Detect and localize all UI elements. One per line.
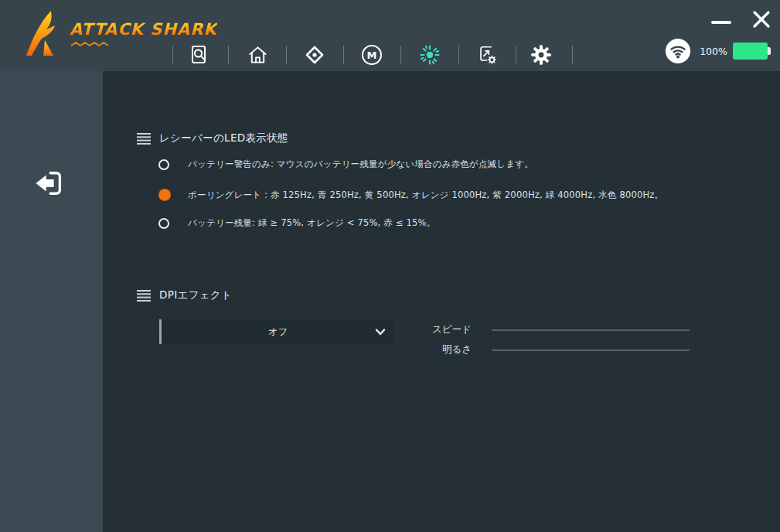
list-icon [137, 133, 151, 145]
nav-settings-button[interactable] [530, 44, 552, 66]
dpi-section-title: DPIエフェクト [159, 288, 232, 302]
zigzag-underline-icon [71, 41, 108, 47]
shark-logo-icon [22, 8, 66, 63]
battery-icon [733, 43, 768, 60]
nav-divider [286, 46, 287, 64]
speed-slider[interactable] [492, 329, 690, 331]
radio-unselected-icon [158, 159, 169, 170]
svg-text:M: M [367, 49, 377, 61]
nav-divider [400, 46, 401, 64]
nav-report-search-button[interactable] [189, 44, 210, 66]
nav-divider [516, 46, 516, 64]
nav-home-button[interactable] [247, 44, 268, 66]
back-exit-icon [32, 167, 65, 200]
app-window: ATTACK SHARK [0, 0, 780, 532]
topbar: ATTACK SHARK [0, 0, 780, 71]
speed-label: スピード [400, 323, 472, 336]
led-option-battery-warning[interactable]: バッテリー警告のみ: マウスのバッテリー残量が少ない場合のみ赤色が点滅します。 [158, 159, 533, 170]
list-icon [137, 290, 151, 302]
nav-lighting-button[interactable] [419, 44, 441, 66]
wifi-icon [665, 38, 691, 64]
back-button[interactable] [32, 167, 65, 200]
nav-divider [343, 46, 344, 64]
close-icon [751, 9, 771, 29]
nav-firmware-button[interactable] [476, 44, 498, 66]
nav-divider [458, 46, 459, 64]
brightness-label: 明るさ [400, 343, 472, 356]
nav-dpi-button[interactable] [304, 44, 325, 66]
brand-name: ATTACK SHARK [70, 20, 217, 39]
dpi-effect-dropdown[interactable]: オフ [159, 319, 394, 344]
home-icon [247, 45, 268, 65]
led-option-polling-rate[interactable]: ポーリングレート : 赤 125Hz, 青 250Hz, 黄 500Hz, オレ… [158, 189, 663, 201]
battery-percent: 100% [697, 46, 731, 57]
radio-label: バッテリー警告のみ: マウスのバッテリー残量が少ない場合のみ赤色が点滅します。 [188, 159, 533, 170]
firmware-gear-icon [476, 43, 498, 66]
dpi-effect-selected-value: オフ [268, 326, 288, 339]
lighting-sun-icon [419, 44, 441, 66]
brightness-slider[interactable] [492, 350, 690, 351]
chevron-down-icon [374, 326, 387, 337]
sidebar [0, 71, 103, 532]
radio-unselected-icon [158, 218, 169, 229]
nav-divider [172, 46, 173, 64]
settings-gear-icon [530, 44, 552, 66]
nav-macro-button[interactable]: M [361, 44, 383, 66]
report-search-icon [189, 45, 209, 66]
macro-m-icon: M [361, 44, 383, 66]
minimize-button[interactable] [711, 14, 733, 26]
brand-logo: ATTACK SHARK [22, 8, 217, 63]
dpi-section-header: DPIエフェクト [137, 288, 232, 302]
minimize-icon [711, 21, 731, 24]
radio-label: ポーリングレート : 赤 125Hz, 青 250Hz, 黄 500Hz, オレ… [188, 189, 663, 201]
nav-divider [572, 46, 573, 64]
radio-selected-icon [158, 189, 171, 201]
dpi-icon [304, 44, 325, 66]
led-section-header: レシーバーのLED表示状態 [137, 131, 288, 145]
radio-label: バッテリー残量: 緑 ≥ 75%, オレンジ < 75%, 赤 ≤ 15%。 [188, 217, 435, 229]
led-section-title: レシーバーのLED表示状態 [159, 131, 288, 145]
nav-divider [228, 46, 229, 64]
led-option-battery-level[interactable]: バッテリー残量: 緑 ≥ 75%, オレンジ < 75%, 赤 ≤ 15%。 [158, 217, 435, 229]
close-button[interactable] [751, 9, 772, 31]
